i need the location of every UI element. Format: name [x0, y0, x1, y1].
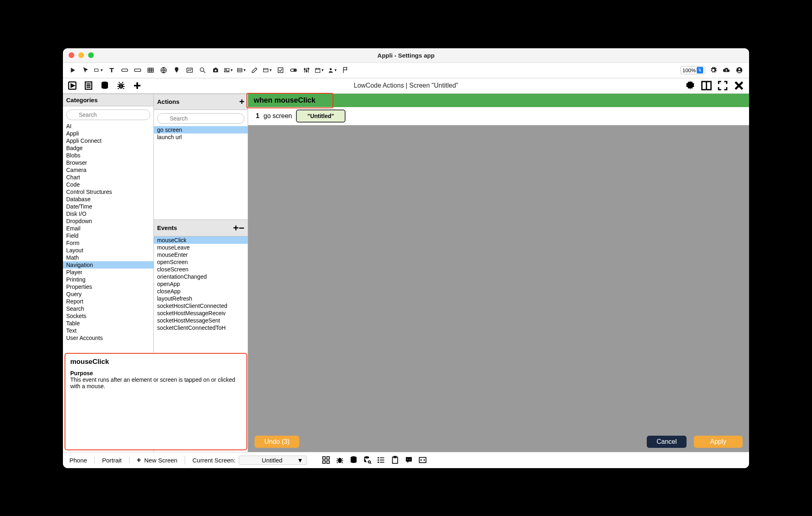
- categories-search-input[interactable]: [66, 110, 150, 120]
- list-item[interactable]: socketHostClientConnected: [154, 302, 248, 310]
- play-box-icon[interactable]: [67, 80, 78, 91]
- list-item[interactable]: layoutRefresh: [154, 295, 248, 302]
- list-item[interactable]: Search: [63, 305, 153, 312]
- cloud-upload-icon[interactable]: [721, 65, 731, 75]
- list-item[interactable]: Math: [63, 254, 153, 261]
- chart-tool-icon[interactable]: [185, 65, 194, 75]
- list-item[interactable]: openApp: [154, 280, 248, 288]
- command-param[interactable]: "Untitled": [296, 110, 345, 123]
- list-item[interactable]: Appli Connect: [63, 137, 153, 144]
- list-icon[interactable]: [377, 456, 386, 464]
- close-icon[interactable]: [733, 80, 745, 92]
- list-item[interactable]: Report: [63, 298, 153, 305]
- list-item[interactable]: socketClientConnectedToH: [154, 324, 248, 331]
- code-icon[interactable]: [418, 456, 427, 464]
- list-item[interactable]: Query: [63, 290, 153, 298]
- camera-icon[interactable]: [211, 65, 220, 75]
- bug-icon[interactable]: [335, 456, 344, 464]
- list-item[interactable]: Text: [63, 327, 153, 334]
- bug-icon[interactable]: [116, 80, 126, 91]
- list-item[interactable]: Layout: [63, 247, 153, 254]
- list-item[interactable]: Badge: [63, 144, 153, 152]
- remove-event-button[interactable]: −: [239, 222, 244, 234]
- user-icon[interactable]: ▼: [328, 65, 337, 75]
- calendar-icon[interactable]: ▼: [315, 65, 324, 75]
- button-tool-icon[interactable]: [120, 65, 130, 75]
- list-item[interactable]: Browser: [63, 159, 153, 166]
- list-item[interactable]: orientationChanged: [154, 273, 248, 280]
- toggle-icon[interactable]: [289, 65, 298, 75]
- undo-button[interactable]: Undo (3): [255, 436, 299, 448]
- add-action-button[interactable]: +: [239, 97, 244, 107]
- list-item[interactable]: launch url: [154, 133, 248, 141]
- list-item[interactable]: Disk I/O: [63, 210, 153, 217]
- list-item[interactable]: Sockets: [63, 312, 153, 320]
- list-item[interactable]: Navigation: [63, 261, 153, 269]
- maximize-window-button[interactable]: [88, 52, 94, 58]
- search-icon[interactable]: [198, 65, 207, 75]
- actions-list[interactable]: go screenlaunch url: [154, 126, 248, 219]
- actions-search-input[interactable]: [157, 113, 244, 124]
- list-item[interactable]: AI: [63, 123, 153, 130]
- cursor-icon[interactable]: [81, 65, 91, 75]
- list-item[interactable]: Dropdown: [63, 217, 153, 225]
- database-icon[interactable]: [349, 456, 358, 464]
- form-icon[interactable]: [83, 80, 94, 91]
- list-item[interactable]: openScreen: [154, 258, 248, 266]
- globe-icon[interactable]: [159, 65, 168, 75]
- chat-icon[interactable]: [404, 456, 413, 464]
- checkbox-icon[interactable]: [276, 65, 285, 75]
- list-item[interactable]: User Accounts: [63, 334, 153, 342]
- list-item[interactable]: socketHostMessageReceiv: [154, 310, 248, 317]
- grid-tool-icon[interactable]: [146, 65, 155, 75]
- list-item[interactable]: Code: [63, 181, 153, 188]
- list-item[interactable]: Table: [63, 320, 153, 327]
- list-item[interactable]: Camera: [63, 166, 153, 174]
- gear-icon[interactable]: [708, 65, 718, 75]
- current-screen-dropdown[interactable]: Untitled▼: [239, 456, 307, 465]
- list-item[interactable]: Properties: [63, 283, 153, 290]
- list-item[interactable]: Player: [63, 269, 153, 276]
- script-line[interactable]: 1 go screen "Untitled": [248, 107, 749, 125]
- list-item[interactable]: Form: [63, 239, 153, 247]
- add-event-button[interactable]: +: [233, 222, 239, 234]
- input-tool-icon[interactable]: [133, 65, 143, 75]
- edit-icon[interactable]: [250, 65, 259, 75]
- cancel-button[interactable]: Cancel: [647, 436, 687, 448]
- list-item[interactable]: Appli: [63, 130, 153, 137]
- sliders-icon[interactable]: [302, 65, 311, 75]
- list-item[interactable]: Database: [63, 196, 153, 203]
- zoom-control[interactable]: 100%⇅: [680, 66, 705, 74]
- list-item[interactable]: Field: [63, 232, 153, 239]
- close-window-button[interactable]: [69, 52, 74, 58]
- location-icon[interactable]: [172, 65, 181, 75]
- list-item[interactable]: Date/Time: [63, 203, 153, 210]
- dropdown-tool-icon[interactable]: ▼: [263, 65, 272, 75]
- list-tool-icon[interactable]: ▼: [237, 65, 246, 75]
- play-icon[interactable]: [68, 65, 78, 75]
- list-item[interactable]: Printing: [63, 276, 153, 283]
- list-item[interactable]: Chart: [63, 174, 153, 181]
- list-item[interactable]: Email: [63, 225, 153, 232]
- text-tool-icon[interactable]: [107, 65, 117, 75]
- account-icon[interactable]: [734, 65, 744, 75]
- list-item[interactable]: Control Structures: [63, 188, 153, 196]
- orientation-selector[interactable]: Portrait: [102, 457, 129, 464]
- list-item[interactable]: mouseClick: [154, 236, 248, 244]
- device-selector[interactable]: Phone: [69, 457, 95, 464]
- fullscreen-icon[interactable]: [717, 80, 729, 92]
- list-item[interactable]: socketHostMessageSent: [154, 317, 248, 324]
- add-icon[interactable]: [132, 80, 143, 91]
- rect-tool-icon[interactable]: ▼: [94, 65, 104, 75]
- list-item[interactable]: mouseEnter: [154, 251, 248, 258]
- image-tool-icon[interactable]: ▼: [224, 65, 233, 75]
- database-icon[interactable]: [99, 80, 110, 91]
- grid-icon[interactable]: [322, 456, 330, 464]
- flag-icon[interactable]: [341, 65, 350, 75]
- apply-button[interactable]: Apply: [694, 436, 743, 448]
- new-screen-button[interactable]: +New Screen: [137, 456, 185, 464]
- list-item[interactable]: closeApp: [154, 288, 248, 295]
- list-item[interactable]: closeScreen: [154, 266, 248, 273]
- db-search-icon[interactable]: [363, 456, 372, 464]
- minimize-window-button[interactable]: [78, 52, 84, 58]
